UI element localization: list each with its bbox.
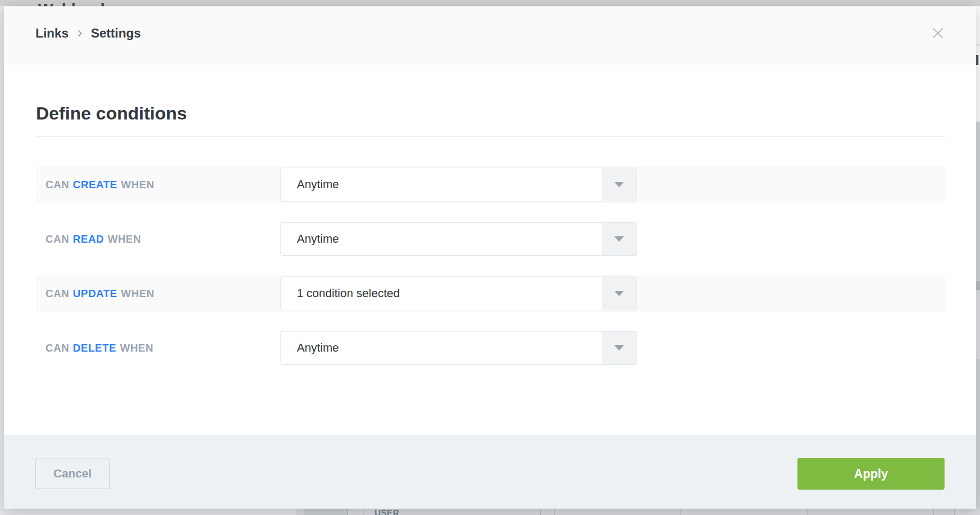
background-text-fragment <box>976 55 978 65</box>
permission-row-read: CAN READ WHEN Anytime <box>36 220 945 258</box>
permission-label: CAN DELETE WHEN <box>46 329 153 366</box>
permission-row-update: CAN UPDATE WHEN 1 condition selected <box>36 275 945 312</box>
read-condition-dropdown[interactable]: Anytime <box>280 222 637 256</box>
breadcrumb-item-settings[interactable]: Settings <box>91 25 141 41</box>
chevron-right-icon: › <box>77 25 83 39</box>
create-condition-dropdown[interactable]: Anytime <box>280 168 637 201</box>
scrollbar-track[interactable] <box>976 122 980 509</box>
permission-label: CAN UPDATE WHEN <box>46 275 155 312</box>
chevron-down-icon <box>602 168 637 201</box>
table-grid-line <box>347 509 348 515</box>
close-icon[interactable] <box>932 27 944 39</box>
scrollbar-thumb <box>976 290 980 359</box>
table-column-header-user: USER <box>375 509 399 515</box>
permission-label: CAN CREATE WHEN <box>46 166 155 203</box>
table-grid-line <box>807 509 807 515</box>
chevron-down-icon <box>602 223 637 255</box>
table-grid-line <box>680 509 681 515</box>
apply-button[interactable]: Apply <box>797 458 945 490</box>
cancel-button[interactable]: Cancel <box>35 458 110 489</box>
dropdown-selected-value: Anytime <box>297 332 339 364</box>
background-table-strip: USER <box>0 509 980 515</box>
permission-rows: CAN CREATE WHEN Anytime CAN READ WHEN An… <box>36 166 945 384</box>
background-clipped-text: Webhooks <box>38 2 118 6</box>
modal-header: Links › Settings <box>4 6 976 65</box>
permission-row-create: CAN CREATE WHEN Anytime <box>36 166 945 203</box>
modal-footer: Cancel Apply <box>4 435 976 509</box>
dropdown-selected-value: Anytime <box>297 223 339 255</box>
settings-modal: Links › Settings Define conditions CAN C… <box>4 6 976 509</box>
table-grid-line <box>554 509 555 515</box>
page-title: Define conditions <box>36 103 187 124</box>
table-grid-line <box>667 509 667 515</box>
delete-condition-dropdown[interactable]: Anytime <box>280 331 637 365</box>
breadcrumb: Links › Settings <box>35 25 141 42</box>
background-divider-fragment <box>976 44 980 45</box>
dropdown-selected-value: 1 condition selected <box>297 277 400 310</box>
table-grid-line <box>304 509 304 515</box>
table-grid-line <box>364 509 364 515</box>
update-condition-dropdown[interactable]: 1 condition selected <box>280 277 637 310</box>
title-divider <box>36 136 945 137</box>
table-grid-line <box>933 509 934 515</box>
breadcrumb-item-links[interactable]: Links <box>35 25 69 41</box>
chevron-down-icon <box>602 277 637 310</box>
table-grid-line <box>766 509 766 515</box>
table-grid-line <box>540 509 541 515</box>
background-right-sliver <box>976 6 980 509</box>
background-page-top-strip: Webhooks <box>0 0 980 6</box>
background-table-cell <box>304 509 347 515</box>
permission-row-delete: CAN DELETE WHEN Anytime <box>36 329 945 366</box>
chevron-down-icon <box>602 332 637 364</box>
table-grid-line <box>954 509 955 515</box>
background-left-sliver <box>0 6 4 509</box>
scrollbar-thumb-edge <box>976 281 980 290</box>
permission-label: CAN READ WHEN <box>46 220 141 258</box>
dropdown-selected-value: Anytime <box>297 168 339 201</box>
